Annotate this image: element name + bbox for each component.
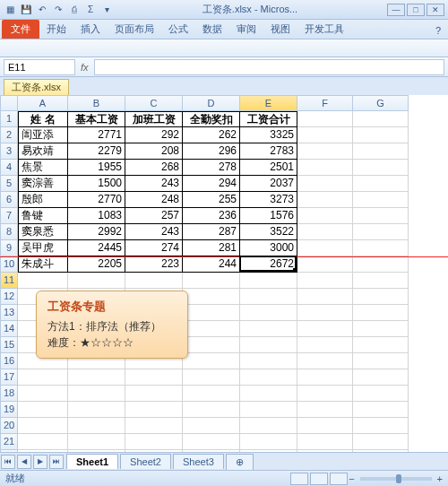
cell[interactable]	[125, 369, 183, 386]
cell[interactable]: 2771	[68, 127, 125, 143]
cell[interactable]: 243	[125, 176, 183, 192]
cell[interactable]	[125, 402, 183, 418]
view-layout-button[interactable]	[310, 473, 328, 485]
cell[interactable]	[183, 289, 240, 305]
cell[interactable]: 1955	[68, 160, 125, 176]
cell[interactable]: 274	[125, 240, 183, 256]
cell[interactable]	[297, 111, 353, 127]
cell[interactable]	[353, 111, 409, 127]
sheet-tab-2[interactable]: Sheet2	[120, 454, 171, 469]
cell[interactable]: 257	[125, 208, 183, 224]
row-header[interactable]: 7	[0, 208, 18, 224]
save-icon[interactable]: 💾	[20, 4, 32, 16]
cell[interactable]	[297, 418, 353, 434]
cell[interactable]	[297, 337, 353, 353]
select-all-corner[interactable]	[0, 95, 18, 111]
cell[interactable]	[240, 321, 297, 337]
zoom-in-button[interactable]: +	[437, 473, 443, 484]
cell[interactable]: 281	[183, 240, 240, 256]
cell[interactable]	[297, 160, 353, 176]
cell[interactable]: 294	[183, 176, 240, 192]
cell[interactable]: 訚亚添	[18, 127, 68, 143]
row-header[interactable]: 13	[0, 305, 18, 321]
cell[interactable]: 3000	[240, 240, 297, 256]
cell[interactable]: 殷郎	[18, 192, 68, 208]
cell[interactable]	[183, 337, 240, 353]
row-header[interactable]: 20	[0, 418, 18, 434]
cell[interactable]	[353, 386, 409, 402]
row-header[interactable]: 10	[0, 256, 18, 273]
row-header[interactable]: 1	[0, 111, 18, 127]
cell[interactable]	[68, 434, 125, 450]
undo-icon[interactable]: ↶	[36, 4, 48, 16]
cell[interactable]: 鲁键	[18, 208, 68, 224]
cell[interactable]	[18, 369, 68, 386]
ribbon-tab-2[interactable]: 页面布局	[108, 20, 161, 39]
cell[interactable]: 292	[125, 127, 183, 143]
cell[interactable]	[353, 240, 409, 256]
cell[interactable]: 248	[125, 192, 183, 208]
cell[interactable]	[183, 273, 240, 289]
cell[interactable]: 加班工资	[125, 111, 183, 127]
cell[interactable]: 278	[183, 160, 240, 176]
cell[interactable]: 2445	[68, 240, 125, 256]
cell[interactable]	[183, 402, 240, 418]
cell[interactable]	[297, 434, 353, 450]
cell[interactable]: 2783	[240, 143, 297, 160]
sheet-nav-prev[interactable]: ◀	[17, 455, 31, 469]
cell[interactable]: 3325	[240, 127, 297, 143]
cell[interactable]	[353, 224, 409, 240]
cell[interactable]	[68, 386, 125, 402]
cell[interactable]	[353, 353, 409, 369]
cell[interactable]	[353, 208, 409, 224]
cell[interactable]	[297, 224, 353, 240]
row-header[interactable]: 2	[0, 127, 18, 143]
row-header[interactable]: 9	[0, 240, 18, 256]
cell[interactable]	[353, 160, 409, 176]
cell[interactable]: 3522	[240, 224, 297, 240]
redo-icon[interactable]: ↷	[52, 4, 65, 16]
cell[interactable]	[353, 337, 409, 353]
cell[interactable]: 3273	[240, 192, 297, 208]
cell[interactable]	[353, 434, 409, 450]
row-header[interactable]: 14	[0, 321, 18, 337]
ribbon-tab-1[interactable]: 插入	[73, 20, 108, 39]
view-normal-button[interactable]	[290, 473, 308, 485]
cell[interactable]	[18, 273, 68, 289]
cell[interactable]: 255	[183, 192, 240, 208]
cell[interactable]	[183, 353, 240, 369]
cell[interactable]: 244	[183, 256, 240, 273]
zoom-out-button[interactable]: −	[349, 473, 354, 484]
cell[interactable]	[183, 305, 240, 321]
cell[interactable]	[18, 402, 68, 418]
ribbon-tab-5[interactable]: 审阅	[229, 20, 263, 39]
cell[interactable]	[297, 402, 353, 418]
cell[interactable]: 296	[183, 143, 240, 160]
ribbon-help-icon[interactable]: ?	[428, 22, 448, 39]
cell[interactable]: 1083	[68, 208, 125, 224]
cell[interactable]	[125, 418, 183, 434]
cell[interactable]	[353, 143, 409, 160]
column-header[interactable]: B	[68, 95, 125, 111]
cell[interactable]: 2205	[68, 256, 125, 273]
cell[interactable]	[297, 240, 353, 256]
maximize-button[interactable]: □	[407, 4, 425, 16]
cell[interactable]	[240, 434, 297, 450]
cell[interactable]: 窦淙善	[18, 176, 68, 192]
row-header[interactable]: 3	[0, 143, 18, 160]
row-header[interactable]: 5	[0, 176, 18, 192]
file-tab[interactable]: 文件	[2, 20, 39, 39]
cell[interactable]	[240, 402, 297, 418]
cell[interactable]	[297, 208, 353, 224]
ribbon-tab-0[interactable]: 开始	[39, 20, 73, 39]
row-header[interactable]: 15	[0, 337, 18, 353]
ribbon-tab-7[interactable]: 开发工具	[297, 20, 351, 39]
cell[interactable]	[353, 176, 409, 192]
cell[interactable]	[240, 418, 297, 434]
ribbon-tab-4[interactable]: 数据	[195, 20, 229, 39]
cell[interactable]	[353, 289, 409, 305]
cell[interactable]: 223	[125, 256, 183, 273]
row-header[interactable]: 18	[0, 386, 18, 402]
row-header[interactable]: 21	[0, 434, 18, 450]
row-header[interactable]: 17	[0, 369, 18, 386]
